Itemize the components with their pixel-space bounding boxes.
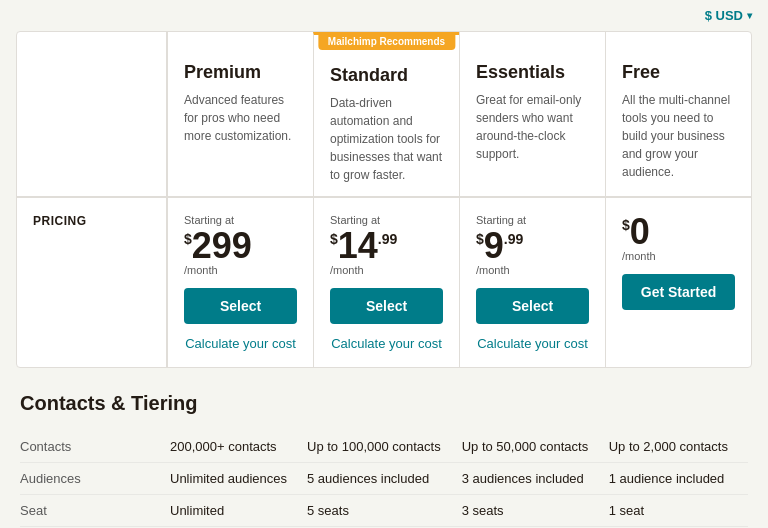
cell-premium: 200,000+ contacts <box>170 431 307 463</box>
price-currency-free: $ <box>622 218 630 232</box>
price-currency-standard: $ <box>330 232 338 246</box>
starting-at-standard: Starting at $ 14 .99 /month <box>330 214 443 276</box>
price-display-premium: $ 299 <box>184 228 297 264</box>
price-period-essentials: /month <box>476 264 589 276</box>
pricing-label-text: PRICING <box>33 214 87 228</box>
plan-name-essentials: Essentials <box>476 62 589 83</box>
price-period-free: /month <box>622 250 735 262</box>
plan-header-standard: Mailchimp Recommends Standard Data-drive… <box>313 32 459 197</box>
pricing-table: Premium Advanced features for pros who n… <box>16 31 752 368</box>
cell-standard: 5 audiences included <box>307 463 462 495</box>
starting-at-free: $ 0 /month <box>622 214 735 262</box>
price-currency-essentials: $ <box>476 232 484 246</box>
plan-description-free: All the multi-channel tools you need to … <box>622 91 735 181</box>
currency-label: $ USD <box>705 8 743 23</box>
cell-essentials: 3 audiences included <box>462 463 609 495</box>
table-row: Contacts200,000+ contactsUp to 100,000 c… <box>20 431 748 463</box>
cell-label: Seat <box>20 495 170 527</box>
plan-name-standard: Standard <box>330 65 443 86</box>
plan-name-premium: Premium <box>184 62 297 83</box>
pricing-section-premium: Starting at $ 299 /month Select Calculat… <box>167 197 313 367</box>
plan-name-free: Free <box>622 62 735 83</box>
starting-at-premium: Starting at $ 299 /month <box>184 214 297 276</box>
cell-free: Up to 2,000 contacts <box>609 431 748 463</box>
price-display-standard: $ 14 .99 <box>330 228 443 264</box>
price-currency-premium: $ <box>184 232 192 246</box>
pricing-section-essentials: Starting at $ 9 .99 /month Select Calcul… <box>459 197 605 367</box>
cell-essentials: Up to 50,000 contacts <box>462 431 609 463</box>
plan-description-standard: Data-driven automation and optimization … <box>330 94 443 184</box>
price-amount-essentials: 9 <box>484 228 504 264</box>
price-cents-standard: .99 <box>378 232 397 246</box>
starting-at-essentials: Starting at $ 9 .99 /month <box>476 214 589 276</box>
select-button-premium[interactable]: Select <box>184 288 297 324</box>
main-content: Premium Advanced features for pros who n… <box>0 31 768 528</box>
price-amount-free: 0 <box>630 214 650 250</box>
cell-label: Contacts <box>20 431 170 463</box>
cell-essentials: 3 seats <box>462 495 609 527</box>
cell-standard: Up to 100,000 contacts <box>307 431 462 463</box>
price-amount-premium: 299 <box>192 228 252 264</box>
price-display-essentials: $ 9 .99 <box>476 228 589 264</box>
price-period-standard: /month <box>330 264 443 276</box>
price-display-free: $ 0 <box>622 214 735 250</box>
plan-description-premium: Advanced features for pros who need more… <box>184 91 297 145</box>
plan-header-premium: Premium Advanced features for pros who n… <box>167 32 313 197</box>
cell-free: 1 seat <box>609 495 748 527</box>
contacts-table: Contacts200,000+ contactsUp to 100,000 c… <box>20 431 748 528</box>
cell-standard: 5 seats <box>307 495 462 527</box>
calculate-link-premium[interactable]: Calculate your cost <box>184 336 297 351</box>
plan-description-essentials: Great for email-only senders who want ar… <box>476 91 589 163</box>
plan-header-free: Free All the multi-channel tools you nee… <box>605 32 751 197</box>
pricing-row-label: PRICING <box>17 197 167 367</box>
recommended-badge: Mailchimp Recommends <box>318 33 455 50</box>
chevron-down-icon: ▾ <box>747 10 752 21</box>
table-row: AudiencesUnlimited audiences5 audiences … <box>20 463 748 495</box>
calculate-link-standard[interactable]: Calculate your cost <box>330 336 443 351</box>
plan-header-essentials: Essentials Great for email-only senders … <box>459 32 605 197</box>
select-button-essentials[interactable]: Select <box>476 288 589 324</box>
price-amount-standard: 14 <box>338 228 378 264</box>
plans-grid: Premium Advanced features for pros who n… <box>17 32 751 367</box>
select-button-standard[interactable]: Select <box>330 288 443 324</box>
cell-premium: Unlimited audiences <box>170 463 307 495</box>
currency-selector[interactable]: $ USD ▾ <box>705 8 752 23</box>
price-cents-essentials: .99 <box>504 232 523 246</box>
table-row: SeatUnlimited5 seats3 seats1 seat <box>20 495 748 527</box>
get-started-button-free[interactable]: Get Started <box>622 274 735 310</box>
pricing-section-standard: Starting at $ 14 .99 /month Select Calcu… <box>313 197 459 367</box>
cell-premium: Unlimited <box>170 495 307 527</box>
cell-label: Audiences <box>20 463 170 495</box>
contacts-tiering-section: Contacts & Tiering Contacts200,000+ cont… <box>16 392 752 528</box>
label-header-cell <box>17 32 167 197</box>
cell-free: 1 audience included <box>609 463 748 495</box>
pricing-section-free: $ 0 /month Get Started <box>605 197 751 367</box>
contacts-section-title: Contacts & Tiering <box>20 392 748 415</box>
top-bar: $ USD ▾ <box>0 0 768 31</box>
calculate-link-essentials[interactable]: Calculate your cost <box>476 336 589 351</box>
